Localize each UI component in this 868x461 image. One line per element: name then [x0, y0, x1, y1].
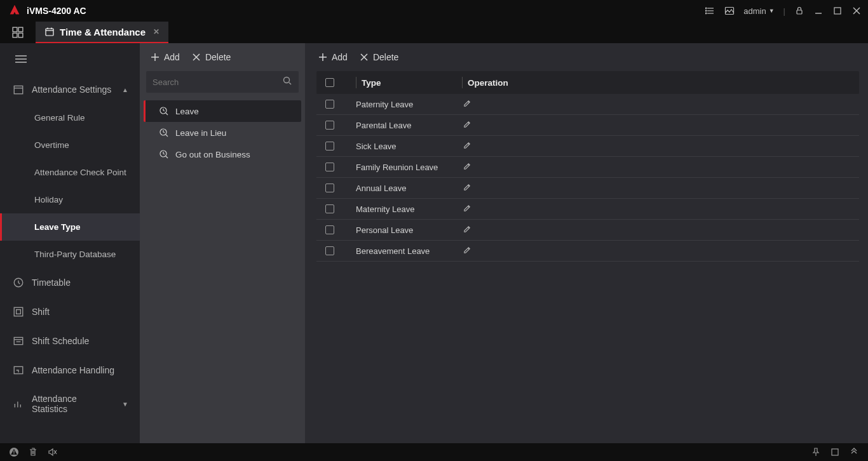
image-icon[interactable] — [724, 6, 735, 16]
edit-button[interactable] — [463, 245, 472, 257]
edit-button[interactable] — [463, 119, 472, 131]
apps-grid-button[interactable] — [9, 22, 27, 43]
svg-rect-16 — [46, 29, 53, 36]
edit-button[interactable] — [463, 161, 472, 173]
row-type-label: Bereavement Leave — [356, 246, 463, 256]
chevron-down-icon: ▼ — [122, 401, 128, 408]
sidebar-item-leave-type[interactable]: Leave Type — [0, 213, 140, 241]
category-search[interactable] — [146, 71, 299, 93]
svg-line-46 — [166, 156, 168, 158]
sidebar-item-third-party-database[interactable]: Third-Party Database — [0, 241, 140, 268]
statistics-icon — [13, 398, 24, 410]
maximize-icon[interactable] — [832, 6, 843, 16]
sidebar-item-timetable[interactable]: Timetable — [0, 268, 140, 297]
mute-icon[interactable] — [47, 447, 57, 457]
sidebar-item-overtime[interactable]: Overtime — [0, 131, 140, 159]
titlebar-controls: admin ▼ | — [705, 6, 862, 16]
row-checkbox[interactable] — [325, 225, 334, 234]
statusbar — [0, 443, 868, 461]
tabbar: Time & Attendance ✕ — [0, 22, 868, 43]
sidebar-item-general-rule[interactable]: General Rule — [0, 104, 140, 131]
svg-rect-23 — [14, 86, 23, 93]
sidebar-toggle[interactable] — [0, 52, 140, 75]
plus-icon — [150, 52, 160, 62]
window-icon[interactable] — [830, 447, 840, 457]
alert-icon[interactable] — [9, 447, 19, 457]
row-checkbox[interactable] — [325, 246, 334, 255]
svg-point-39 — [284, 77, 290, 83]
table-row: Sick Leave — [316, 136, 859, 157]
svg-point-3 — [705, 8, 707, 9]
row-type-label: Sick Leave — [356, 142, 463, 151]
edit-button[interactable] — [463, 182, 472, 194]
edit-button[interactable] — [463, 140, 472, 152]
user-menu[interactable]: admin ▼ — [743, 6, 774, 16]
row-checkbox[interactable] — [325, 184, 334, 192]
schedule-icon — [13, 335, 24, 347]
svg-rect-26 — [14, 307, 23, 316]
row-type-label: Parental Leave — [356, 121, 463, 130]
search-input[interactable] — [153, 77, 282, 87]
clock-search-icon — [159, 106, 169, 116]
calendar-icon — [13, 84, 24, 95]
svg-rect-28 — [14, 337, 23, 344]
table-row: Bereavement Leave — [316, 241, 859, 262]
row-add-button[interactable]: Add — [318, 52, 348, 62]
row-type-label: Annual Leave — [356, 184, 463, 193]
row-delete-button[interactable]: Delete — [359, 52, 398, 62]
svg-rect-52 — [13, 451, 14, 453]
select-all-checkbox[interactable] — [325, 78, 334, 87]
row-type-label: Maternity Leave — [356, 204, 463, 214]
row-checkbox[interactable] — [325, 204, 334, 213]
svg-rect-7 — [797, 10, 802, 14]
row-checkbox[interactable] — [325, 100, 334, 109]
edit-button[interactable] — [463, 224, 472, 236]
sidebar-item-shift[interactable]: Shift — [0, 297, 140, 326]
category-item-leave[interactable]: Leave — [144, 100, 301, 122]
category-panel: Add Delete Leave Leave in Lieu Go out on… — [140, 43, 305, 443]
svg-rect-58 — [832, 449, 838, 455]
chevron-down-icon: ▼ — [769, 8, 775, 14]
svg-rect-9 — [834, 8, 841, 14]
svg-point-5 — [705, 13, 707, 14]
sidebar-item-attendance-check-point[interactable]: Attendance Check Point — [0, 159, 140, 186]
svg-rect-27 — [17, 310, 21, 314]
clock-search-icon — [159, 128, 169, 138]
sidebar-item-attendance-statistics[interactable]: Attendance Statistics ▼ — [0, 385, 140, 423]
category-add-button[interactable]: Add — [150, 52, 180, 62]
table-row: Maternity Leave — [316, 199, 859, 220]
sidebar-item-attendance-handling[interactable]: Attendance Handling — [0, 356, 140, 385]
table-row: Annual Leave — [316, 178, 859, 199]
leave-type-table: Type Operation Paternity LeaveParental L… — [316, 71, 859, 262]
header-operation: Operation — [468, 78, 508, 88]
row-checkbox[interactable] — [325, 121, 334, 130]
separator: | — [783, 6, 785, 16]
category-item-leave-in-lieu[interactable]: Leave in Lieu — [144, 122, 301, 144]
list-icon[interactable] — [705, 6, 715, 16]
edit-button[interactable] — [463, 98, 472, 110]
shift-icon — [13, 306, 24, 317]
row-checkbox[interactable] — [325, 163, 334, 171]
table-header: Type Operation — [316, 71, 859, 94]
clock-icon — [13, 277, 24, 288]
app-logo — [8, 4, 22, 18]
expand-up-icon[interactable] — [849, 447, 859, 457]
category-delete-button[interactable]: Delete — [191, 52, 231, 62]
row-checkbox[interactable] — [325, 142, 334, 150]
edit-button[interactable] — [463, 203, 472, 215]
svg-point-4 — [705, 10, 707, 11]
category-item-go-out-on-business[interactable]: Go out on Business — [144, 144, 301, 165]
tab-time-attendance[interactable]: Time & Attendance ✕ — [36, 22, 168, 43]
sidebar-item-shift-schedule[interactable]: Shift Schedule — [0, 326, 140, 356]
minimize-icon[interactable] — [813, 6, 824, 16]
table-row: Family Reunion Leave — [316, 157, 859, 178]
svg-rect-14 — [13, 33, 17, 37]
sidebar-item-holiday[interactable]: Holiday — [0, 186, 140, 213]
close-icon[interactable] — [851, 6, 862, 16]
pin-icon[interactable] — [811, 447, 821, 457]
trash-icon[interactable] — [28, 447, 38, 457]
lock-icon[interactable] — [794, 6, 804, 16]
tab-close-icon[interactable]: ✕ — [153, 27, 159, 36]
sidebar-group-attendance-settings[interactable]: Attendance Settings ▲ — [0, 75, 140, 104]
plus-icon — [318, 52, 328, 62]
